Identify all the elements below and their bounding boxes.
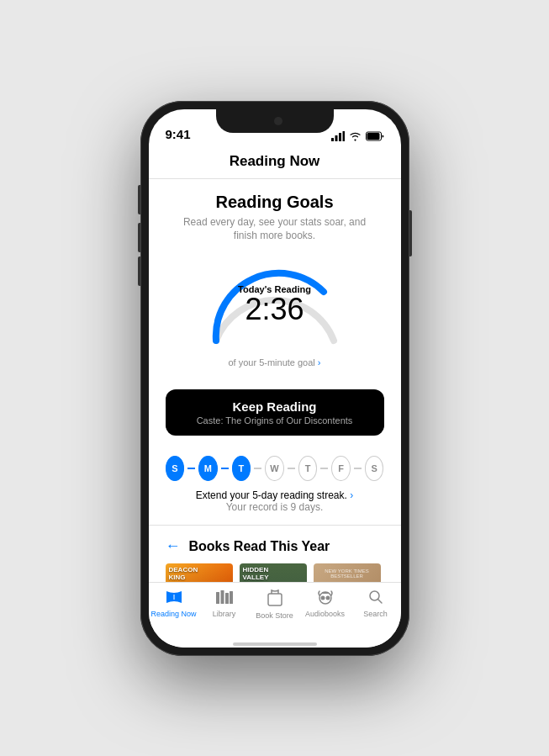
svg-rect-2 <box>339 133 341 141</box>
svg-rect-12 <box>268 594 282 605</box>
signal-icon <box>331 131 345 141</box>
svg-rect-0 <box>331 138 334 141</box>
svg-rect-3 <box>342 131 345 141</box>
back-arrow-icon[interactable]: ← <box>166 537 181 555</box>
tab-bar: Reading Now Library <box>149 582 401 641</box>
home-bar <box>233 642 317 646</box>
day-saturday: S <box>365 456 384 481</box>
main-scroll[interactable]: Reading Goals Read every day, see your s… <box>149 179 401 582</box>
reading-ring: Today's Reading 2:36 <box>199 256 351 349</box>
tab-audiobooks-label: Audiobooks <box>305 610 345 618</box>
connector-5 <box>320 468 328 469</box>
tab-audiobooks[interactable]: Audiobooks <box>300 589 351 618</box>
svg-point-15 <box>325 595 330 600</box>
book-3-overlay: NEW YORK TIMES BESTSELLER BECOMING 👤 MIC… <box>314 563 381 581</box>
ring-time: 2:36 <box>238 294 311 325</box>
battery-icon <box>366 131 384 141</box>
book-cover-3[interactable]: NEW YORK TIMES BESTSELLER BECOMING 👤 MIC… <box>314 563 381 581</box>
keep-reading-button[interactable]: Keep Reading Caste: The Origins of Our D… <box>166 389 384 436</box>
goals-subtitle: Read every day, see your stats soar, and… <box>166 215 384 244</box>
streak-chevron[interactable]: › <box>350 489 353 501</box>
svg-rect-10 <box>225 593 229 604</box>
tab-reading-now-label: Reading Now <box>150 610 196 618</box>
audiobooks-icon <box>316 589 335 608</box>
day-tuesday: T <box>232 456 251 481</box>
books-header: ← Books Read This Year <box>149 537 401 555</box>
library-icon <box>215 589 234 608</box>
tab-library[interactable]: Library <box>199 589 250 618</box>
camera <box>274 117 282 125</box>
tab-book-store[interactable]: Book Store <box>250 589 300 620</box>
book-cover-2[interactable]: HIDDENVALLEYROAD Inside the Mind ofan Am… <box>240 563 307 581</box>
keep-reading-book: Caste: The Origins of Our Discontents <box>182 415 367 426</box>
connector-6 <box>354 468 362 469</box>
streak-section: S M T W T F <box>149 444 401 526</box>
day-thursday: T <box>298 456 318 481</box>
goals-title: Reading Goals <box>166 193 384 212</box>
status-icons <box>331 131 384 141</box>
extend-text: Extend your 5-day reading streak. <box>196 489 347 501</box>
notch <box>216 109 334 133</box>
svg-rect-1 <box>335 135 337 141</box>
ring-goal-text: of your 5-minute goal <box>228 357 314 367</box>
page-header: Reading Now <box>149 146 401 179</box>
ring-goal-chevron[interactable]: › <box>318 357 321 367</box>
connector-1 <box>187 468 195 469</box>
svg-rect-11 <box>230 591 233 604</box>
book-1-decoration: 🌀 <box>178 580 220 581</box>
book-2-overlay: HIDDENVALLEYROAD Inside the Mind ofan Am… <box>240 563 307 581</box>
book-2-title: HIDDENVALLEYROAD <box>243 567 304 581</box>
status-time: 9:41 <box>166 127 191 141</box>
book-cover-1[interactable]: DeaconKingKong James McBride 🌀 <box>166 563 233 581</box>
streak-text: Extend your 5-day reading streak. › <box>166 489 384 501</box>
day-monday: M <box>198 456 218 481</box>
tab-reading-now[interactable]: Reading Now <box>149 589 199 618</box>
wifi-icon <box>349 131 362 141</box>
day-wednesday: W <box>265 456 284 481</box>
day-sunday: S <box>166 456 185 481</box>
tab-search-label: Search <box>363 610 388 618</box>
book-1-title: DeaconKingKong <box>169 567 230 581</box>
ring-text: Today's Reading 2:36 <box>238 284 311 325</box>
keep-reading-label: Keep Reading <box>182 399 367 414</box>
books-title: Books Read This Year <box>189 539 330 554</box>
book-store-icon <box>267 589 282 610</box>
svg-rect-16 <box>322 592 329 594</box>
tab-library-label: Library <box>213 610 236 618</box>
svg-rect-8 <box>216 592 219 604</box>
svg-line-18 <box>377 599 382 603</box>
book-1-overlay: DeaconKingKong James McBride <box>166 563 233 581</box>
svg-rect-5 <box>367 133 379 140</box>
books-row[interactable]: DeaconKingKong James McBride 🌀 <box>149 563 401 581</box>
connector-4 <box>288 468 295 469</box>
search-icon <box>368 589 383 608</box>
phone-screen: 9:41 <box>149 109 401 648</box>
connector-2 <box>221 468 229 469</box>
books-section: ← Books Read This Year DeaconKingKong Ja… <box>149 526 401 581</box>
reading-goals-card: Reading Goals Read every day, see your s… <box>149 179 401 382</box>
tab-book-store-label: Book Store <box>256 611 293 620</box>
days-row: S M T W T F <box>166 456 384 481</box>
connector-3 <box>254 468 261 469</box>
day-friday: F <box>331 456 351 481</box>
home-indicator <box>149 641 401 648</box>
reading-now-icon <box>165 589 183 608</box>
streak-record: Your record is 9 days. <box>166 501 384 513</box>
svg-rect-9 <box>220 590 224 604</box>
tab-search[interactable]: Search <box>351 589 401 618</box>
page-title: Reading Now <box>230 153 320 169</box>
ring-goal: of your 5-minute goal › <box>166 357 384 367</box>
svg-point-14 <box>320 595 325 600</box>
phone-frame: 9:41 <box>140 101 409 656</box>
